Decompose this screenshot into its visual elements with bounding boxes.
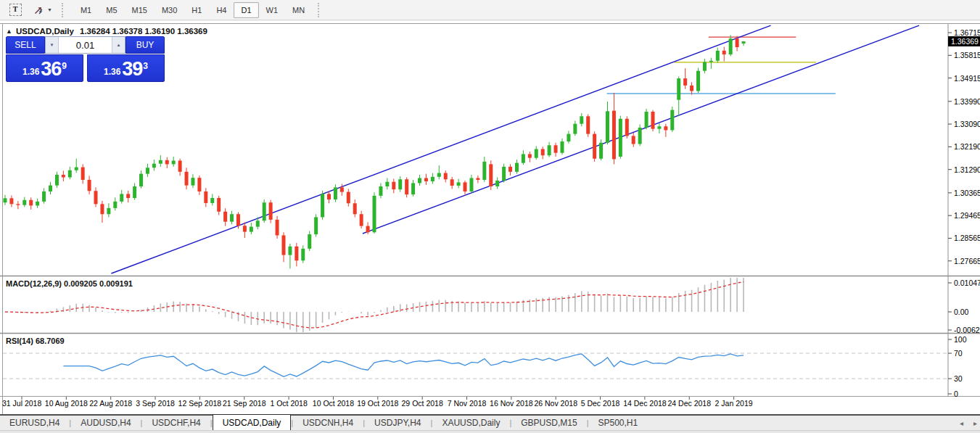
arrows-icon	[33, 5, 44, 15]
timeframe-button-m15[interactable]: M15	[125, 2, 155, 18]
candle-body	[223, 212, 227, 222]
date-axis-label: 29 Oct 2018	[402, 399, 443, 408]
buy-price-pipette: 3	[143, 55, 148, 77]
macd-label: MACD(12,26,9) 0.009205 0.009191	[6, 279, 133, 288]
price-axis-label: 1.35815	[954, 51, 980, 59]
candle-body	[664, 126, 667, 130]
arrows-tool-button[interactable]: ▼	[29, 1, 56, 19]
timeframe-button-mn[interactable]: MN	[285, 2, 312, 18]
buy-quote[interactable]: 1.36 39 3	[87, 54, 165, 82]
candle-body	[353, 203, 357, 214]
price-axis-label: 1.32190	[954, 142, 980, 151]
date-axis-label: 7 Nov 2018	[448, 399, 487, 408]
candle-body	[321, 194, 324, 217]
tab-usdcnh-h4[interactable]: USDCNH,H4	[293, 416, 363, 430]
current-price-value: 1.36369	[951, 37, 979, 46]
candle-body	[62, 175, 65, 177]
candle-body	[210, 198, 214, 203]
tab-xauusd-daily[interactable]: XAUUSD,Daily	[432, 416, 509, 430]
date-axis-label: 10 Aug 2018	[45, 399, 88, 408]
candle-body	[133, 186, 136, 198]
tab-eurusd-h4[interactable]: EURUSD,H4	[0, 416, 69, 430]
tab-audusd-h4[interactable]: AUDUSD,H4	[71, 416, 140, 430]
candle-body	[464, 182, 467, 191]
rsi-axis-label: 70	[954, 349, 963, 358]
candle-body	[522, 154, 525, 162]
candle-body	[450, 179, 454, 186]
candle-body	[269, 202, 273, 220]
candle-body	[113, 202, 117, 208]
toolbar-grip-2[interactable]	[318, 3, 324, 17]
tab-usdchf-h4[interactable]: USDCHF,H4	[142, 416, 210, 430]
timeframe-button-h1[interactable]: H1	[184, 2, 209, 18]
sell-price-base: 1.36	[22, 65, 39, 79]
candle-body	[580, 116, 583, 123]
tab-scroll-right-icon[interactable]: ▸	[973, 419, 977, 427]
candle-body	[515, 163, 519, 172]
chart-title-symbol: USDCAD,Daily	[16, 27, 74, 36]
macd-axis-label: 0.00	[954, 308, 969, 316]
sell-button[interactable]: SELL	[6, 36, 45, 54]
candle-body	[645, 112, 648, 128]
tab-usdcad-daily[interactable]: USDCAD,Daily	[213, 414, 292, 430]
candle-body	[9, 198, 13, 204]
timeframe-button-m1[interactable]: M1	[73, 2, 99, 18]
candle-body	[100, 204, 104, 214]
sell-quote[interactable]: 1.36 36 9	[6, 54, 83, 82]
tab-scroll-left-icon[interactable]: ◂	[960, 419, 963, 427]
candle-body	[444, 173, 448, 180]
rsi-label: RSI(14) 68.7069	[6, 337, 65, 345]
candle-body	[191, 178, 194, 185]
text-tool-button[interactable]: T	[3, 1, 28, 19]
chart-title-ohlc: 1.36284 1.36378 1.36190 1.36369	[80, 27, 207, 36]
macd-axis-label: -0.006218	[954, 326, 980, 334]
volume-decrease-button[interactable]: ▼	[46, 37, 59, 53]
timeframe-button-d1[interactable]: D1	[234, 2, 258, 18]
candle-body	[185, 172, 189, 186]
candle-body	[243, 226, 247, 231]
sell-price-pipette: 9	[62, 55, 67, 77]
timeframe-button-m5[interactable]: M5	[99, 2, 124, 18]
candle-body	[528, 154, 532, 157]
candle-body	[722, 51, 726, 54]
timeframe-button-h4[interactable]: H4	[209, 2, 234, 18]
price-axis-label: 1.33090	[954, 120, 980, 128]
candle-body	[729, 38, 733, 54]
buy-price-base: 1.36	[104, 65, 120, 79]
buy-price-pips: 39	[122, 59, 142, 79]
date-axis-label: 5 Dec 2018	[581, 399, 620, 408]
date-axis-label: 19 Oct 2018	[357, 399, 398, 408]
candle-body	[418, 178, 421, 183]
candle-body	[360, 214, 363, 226]
candle-body	[301, 249, 305, 260]
candle-body	[334, 187, 337, 199]
candle-body	[172, 161, 176, 165]
candle-body	[677, 78, 680, 100]
candle-body	[88, 180, 91, 191]
candle-body	[314, 217, 318, 234]
candle-body	[288, 247, 292, 255]
date-axis-labels: 31 Jul 201810 Aug 201822 Aug 20183 Sep 2…	[2, 397, 753, 408]
candle-body	[165, 160, 169, 165]
toolbar-grip[interactable]	[62, 3, 68, 17]
timeframe-button-m30[interactable]: M30	[155, 2, 184, 18]
candle-body	[373, 196, 376, 232]
volume-increase-button[interactable]: ▲	[112, 37, 125, 53]
candle-body	[49, 186, 52, 191]
date-axis-label: 24 Dec 2018	[667, 399, 711, 408]
timeframe-button-w1[interactable]: W1	[259, 2, 286, 18]
candle-body	[638, 128, 642, 144]
candle-body	[469, 178, 473, 191]
candle-body	[599, 143, 603, 159]
candle-body	[670, 110, 674, 131]
volume-input[interactable]: 0.01	[59, 37, 112, 53]
candle-body	[139, 174, 143, 186]
candle-body	[560, 141, 564, 153]
candle-body	[696, 71, 700, 91]
buy-button[interactable]: BUY	[125, 36, 165, 54]
tab-sp500-h1[interactable]: SP500,H1	[589, 416, 648, 430]
tab-gbpusd-m15[interactable]: GBPUSD,M15	[511, 416, 586, 430]
tab-usdjpy-h4[interactable]: USDJPY,H4	[365, 416, 430, 430]
chart-scroll-marker-icon[interactable]: ▲	[6, 28, 12, 35]
candle-body	[94, 191, 98, 204]
